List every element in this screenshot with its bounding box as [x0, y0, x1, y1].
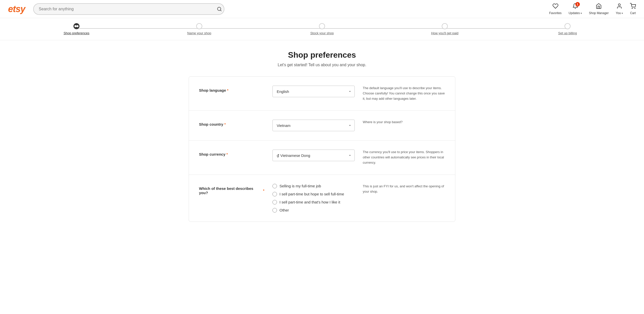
step-label-1: Shop preferences	[64, 31, 90, 35]
shop-currency-row: Shop currency * ₫ Vietnamese Dong $ US D…	[189, 141, 455, 175]
updates-badge: 1	[575, 2, 580, 7]
step-set-up-billing[interactable]: Set up billing	[506, 23, 629, 35]
cart-label: Cart	[630, 11, 636, 15]
shop-language-control: English Spanish French German Italian	[272, 86, 355, 97]
step-label-2: Name your shop	[187, 31, 211, 35]
shop-country-control: Vietnam United States United Kingdom Aus…	[272, 120, 355, 131]
required-star-language: *	[227, 88, 228, 92]
nav-you[interactable]: You ▾	[616, 3, 623, 15]
nav-updates[interactable]: 1 Updates ▾	[569, 3, 582, 15]
step-label-4: How you'll get paid	[431, 31, 459, 35]
etsy-logo[interactable]: etsy	[8, 4, 25, 14]
radio-part-time-hope-input[interactable]	[272, 192, 277, 196]
you-label: You ▾	[616, 11, 623, 15]
shop-language-help: The default language you'll use to descr…	[363, 86, 445, 101]
favorites-label: Favorites	[549, 11, 561, 15]
shop-currency-help: The currency you'll use to price your it…	[363, 150, 445, 165]
shop-country-help: Where is your shop based?	[363, 120, 445, 125]
shop-country-row: Shop country * Vietnam United States Uni…	[189, 111, 455, 141]
you-arrow: ▾	[622, 12, 623, 15]
required-star-currency: *	[226, 152, 228, 156]
radio-group-describes: Selling is my full-time job I sell part-…	[272, 184, 355, 213]
radio-full-time-label: Selling is my full-time job	[279, 184, 321, 188]
required-star-country: *	[224, 122, 226, 126]
page-subtitle: Let's get started! Tell us about you and…	[189, 63, 455, 67]
radio-full-time[interactable]: Selling is my full-time job	[272, 184, 355, 188]
nav-shop-manager[interactable]: Shop Manager	[589, 3, 609, 15]
search-input[interactable]	[33, 3, 224, 15]
cart-icon	[630, 3, 636, 11]
radio-part-time-like-it-input[interactable]	[272, 200, 277, 204]
shop-country-select[interactable]: Vietnam United States United Kingdom Aus…	[272, 120, 355, 131]
search-button[interactable]	[217, 7, 222, 12]
which-describes-you-control: Selling is my full-time job I sell part-…	[272, 184, 355, 213]
shop-manager-label: Shop Manager	[589, 11, 609, 15]
step-how-youll-get-paid[interactable]: How you'll get paid	[383, 23, 506, 35]
step-circle-2	[196, 23, 202, 29]
search-icon	[217, 7, 222, 12]
step-circle-3	[319, 23, 325, 29]
shop-manager-icon	[596, 3, 602, 11]
navbar: etsy Favorites 1 Updates ▾	[0, 0, 644, 18]
step-circle-1	[73, 23, 79, 29]
radio-part-time-like-it-label: I sell part-time and that's how I like i…	[279, 200, 340, 204]
step-label-5: Set up billing	[558, 31, 577, 35]
svg-point-4	[635, 8, 635, 9]
step-name-your-shop[interactable]: Name your shop	[138, 23, 261, 35]
progress-stepper: Shop preferences Name your shop Stock yo…	[0, 18, 644, 40]
step-circle-5	[565, 23, 571, 29]
step-stock-your-shop[interactable]: Stock your shop	[261, 23, 383, 35]
step-circle-4	[442, 23, 448, 29]
step-shop-preferences[interactable]: Shop preferences	[15, 23, 138, 35]
radio-part-time-hope-label: I sell part-time but hope to sell full-t…	[279, 192, 344, 196]
favorites-icon	[552, 3, 558, 11]
svg-line-1	[220, 10, 221, 11]
which-describes-you-help: This is just an FYI for us, and won't af…	[363, 184, 445, 194]
radio-other[interactable]: Other	[272, 208, 355, 213]
radio-part-time-hope[interactable]: I sell part-time but hope to sell full-t…	[272, 192, 355, 196]
radio-part-time-like-it[interactable]: I sell part-time and that's how I like i…	[272, 200, 355, 204]
updates-icon: 1	[572, 3, 578, 11]
nav-favorites[interactable]: Favorites	[549, 3, 561, 15]
shop-currency-label: Shop currency *	[199, 150, 264, 156]
nav-actions: Favorites 1 Updates ▾ Shop Manager	[549, 3, 636, 15]
svg-point-2	[618, 4, 620, 6]
updates-label: Updates ▾	[569, 11, 582, 15]
you-icon	[616, 3, 622, 11]
which-describes-you-label: Which of these best describes you? *	[199, 184, 264, 195]
search-bar	[33, 3, 224, 15]
radio-other-label: Other	[279, 208, 289, 212]
nav-cart[interactable]: Cart	[630, 3, 636, 15]
shop-country-label: Shop country *	[199, 120, 264, 126]
updates-arrow: ▾	[581, 12, 582, 15]
main-content: Shop preferences Let's get started! Tell…	[184, 50, 460, 222]
required-star-describes: *	[263, 189, 264, 193]
radio-full-time-input[interactable]	[272, 184, 277, 188]
which-describes-you-row: Which of these best describes you? * Sel…	[189, 175, 455, 222]
page-title: Shop preferences	[189, 50, 455, 60]
shop-currency-select[interactable]: ₫ Vietnamese Dong $ US Dollar £ British …	[272, 150, 355, 161]
radio-other-input[interactable]	[272, 208, 277, 213]
form-card: Shop language * English Spanish French G…	[189, 76, 455, 222]
shop-language-select[interactable]: English Spanish French German Italian	[272, 86, 355, 97]
shop-language-label: Shop language *	[199, 86, 264, 92]
shop-currency-control: ₫ Vietnamese Dong $ US Dollar £ British …	[272, 150, 355, 161]
shop-language-row: Shop language * English Spanish French G…	[189, 77, 455, 111]
step-label-3: Stock your shop	[310, 31, 334, 35]
svg-point-3	[632, 8, 632, 9]
